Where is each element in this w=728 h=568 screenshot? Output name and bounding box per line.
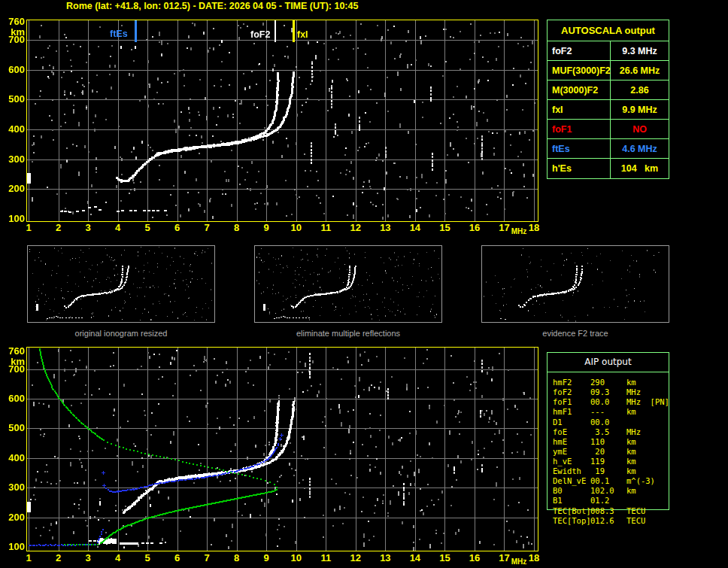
param-label: fxI <box>548 100 611 119</box>
ftes-marker-label: ftEs <box>110 29 128 39</box>
table-row: h'Es 104 km <box>548 159 669 178</box>
param-value: --- <box>590 407 605 417</box>
y-axis-tick-label: 400 <box>2 453 25 463</box>
param-label: hmF1 <box>553 407 572 417</box>
table-row: M(3000)F2 2.86 <box>548 80 669 100</box>
param-label: MUF(3000)F2 <box>548 61 611 80</box>
x-axis-tick-label: 10 <box>285 553 308 563</box>
param-value: 110 <box>590 437 605 447</box>
param-value: 104 km <box>611 159 669 178</box>
x-axis-tick-label: 16 <box>463 223 486 232</box>
table-row: hmF1---km <box>547 407 678 417</box>
param-label: D1 <box>553 418 563 427</box>
table-row: foF100.0MHz [PN] <box>547 397 678 407</box>
table-row: h_vE119km <box>547 457 678 466</box>
thumbnail-original-ionogram <box>27 245 215 323</box>
param-unit: km <box>626 378 636 387</box>
param-unit: m^(-3) <box>626 476 655 486</box>
table-row: DelN_vE00.1m^(-3) <box>547 476 678 486</box>
param-label: foF1 <box>553 397 572 407</box>
param-unit: MHz <box>626 427 641 437</box>
param-unit: km <box>626 437 636 447</box>
fxi-marker-label: fxI <box>297 30 308 40</box>
table-row: fxI 9.9 MHz <box>548 100 669 120</box>
x-axis-tick-label: 11 <box>314 553 337 563</box>
param-value: 00.1 <box>590 476 609 486</box>
x-axis-tick-label: 12 <box>344 553 367 563</box>
aip-table-rows: hmF2290km foF209.3MHz foF100.0MHz [PN] h… <box>547 378 678 528</box>
param-label: hmE <box>553 437 567 447</box>
param-label: DelN_vE <box>553 476 586 486</box>
table-row: MUF(3000)F2 26.6 MHz <box>548 61 669 80</box>
thumbnail-caption: original ionogram resized <box>27 329 215 338</box>
top-ionogram-plot <box>26 20 538 222</box>
y-axis-tick-label: 100 <box>2 542 25 551</box>
table-row: foF1 NO <box>548 120 669 139</box>
table-row: Ewidth 19km <box>547 466 678 476</box>
param-unit: MHz [PN] <box>626 397 669 407</box>
param-unit: km <box>626 407 636 417</box>
param-value: 00.0 <box>590 397 609 407</box>
x-axis-tick-label: 15 <box>433 553 456 563</box>
table-row: hmF2290km <box>547 378 678 387</box>
y-axis-tick-label: 500 <box>2 423 25 433</box>
x-axis-tick-label: 13 <box>374 553 396 563</box>
x-axis-tick-label: 14 <box>404 223 426 232</box>
y-axis-tick-label: 600 <box>2 393 25 403</box>
param-value: 012.6 <box>590 516 614 526</box>
autoscala-output-table: AUTOSCALA output foF2 9.3 MHz MUF(3000)F… <box>547 20 669 179</box>
x-axis-tick-label: 7 <box>196 553 218 563</box>
y-axis-tick-label: 200 <box>2 184 25 193</box>
param-unit: km <box>626 447 636 457</box>
table-row: B101.2 <box>547 496 678 506</box>
x-axis-tick-label: 14 <box>404 553 426 563</box>
x-axis-tick-label: 4 <box>107 553 129 563</box>
param-value: 01.2 <box>590 496 609 506</box>
station-title: Rome (lat: +41.8, lon: 012.5) - DATE: 20… <box>66 1 358 11</box>
param-value: 09.3 <box>590 387 609 397</box>
param-unit: MHz <box>626 387 641 397</box>
param-label: hmF2 <box>553 378 572 387</box>
param-label: foF2 <box>548 41 611 60</box>
param-label: M(3000)F2 <box>548 80 611 99</box>
y-axis-tick-label: 760 <box>2 17 25 26</box>
param-unit: TECU <box>626 506 645 516</box>
param-value: 008.3 <box>590 506 614 516</box>
param-label: B1 <box>553 496 563 506</box>
x-axis-tick-label: 2 <box>47 553 70 563</box>
param-label: foF1 <box>548 120 611 138</box>
y-axis-tick-label: 300 <box>2 154 25 164</box>
param-value: 9.3 MHz <box>611 41 669 60</box>
param-unit: km <box>626 457 636 466</box>
param-value: 4.6 MHz <box>611 139 669 158</box>
table-row: hmE110km <box>547 437 678 447</box>
y-axis-unit-label: km <box>2 27 25 37</box>
table-row: ftEs 4.6 MHz <box>548 139 669 159</box>
param-label: h_vE <box>553 457 572 466</box>
param-value: 3.5 <box>590 427 609 437</box>
thumbnail-caption: eliminate multiple reflections <box>254 329 442 338</box>
param-value: 00.0 <box>590 418 609 427</box>
autoscala-app-screen: Rome (lat: +41.8, lon: 012.5) - DATE: 20… <box>0 0 728 568</box>
x-axis-tick-label: 4 <box>107 223 129 232</box>
x-axis-tick-label: 3 <box>77 223 99 232</box>
y-axis-tick-label: 500 <box>2 94 25 104</box>
param-label: B0 <box>553 486 563 496</box>
x-axis-tick-label: 9 <box>255 553 278 563</box>
autoscala-table-header: AUTOSCALA output <box>548 20 669 41</box>
y-axis-tick-label: 200 <box>2 512 25 522</box>
param-label: TEC[Top] <box>553 516 591 526</box>
param-value: 20 <box>590 447 605 457</box>
x-axis-tick-label: 1 <box>17 553 40 563</box>
table-row: TEC[Bot]008.3TECU <box>547 506 678 516</box>
x-axis-tick-label: 3 <box>77 553 99 563</box>
x-axis-tick-label: 6 <box>166 553 189 563</box>
param-value: 290 <box>590 378 605 387</box>
y-axis-tick-label: 400 <box>2 124 25 134</box>
x-axis-tick-label: 5 <box>136 553 159 563</box>
table-row: B0102.0km <box>547 486 678 496</box>
x-axis-tick-label: 11 <box>314 223 337 232</box>
y-axis-tick-label: 760 <box>2 346 25 356</box>
param-value: 119 <box>590 457 605 466</box>
param-label: TEC[Bot] <box>553 506 591 516</box>
